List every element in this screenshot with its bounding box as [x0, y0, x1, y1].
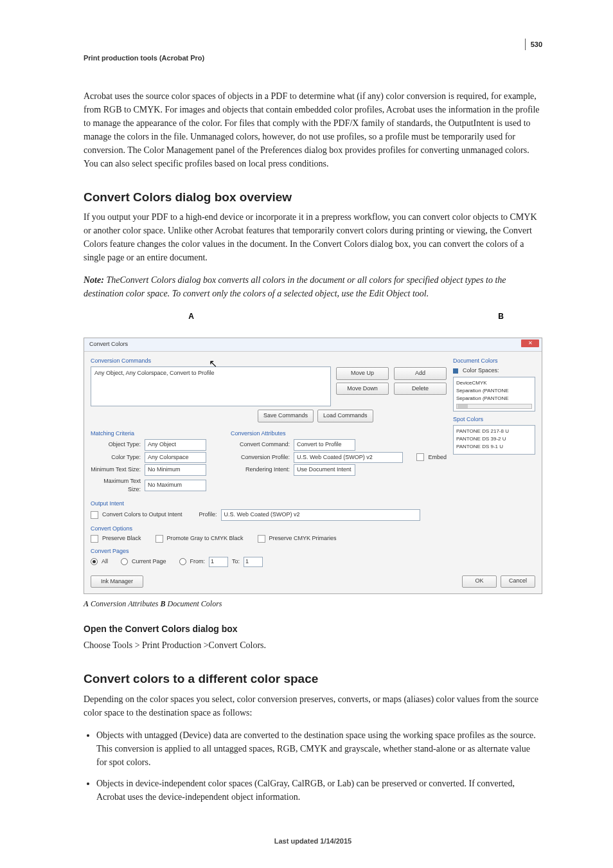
- profile-label: Profile:: [199, 511, 217, 520]
- output-intent-label: Output Intent: [91, 500, 447, 509]
- preserve-black-checkbox[interactable]: [91, 535, 98, 543]
- current-page-label: Current Page: [132, 557, 166, 566]
- promote-gray-label: Promote Gray to CMYK Black: [167, 534, 244, 543]
- scrollbar[interactable]: [456, 404, 532, 409]
- color-type-label: Color Type:: [91, 453, 141, 462]
- move-up-button[interactable]: Move Up: [336, 367, 389, 380]
- callout-row: A B: [84, 311, 542, 322]
- min-text-select[interactable]: No Minimum: [145, 464, 206, 476]
- list-item[interactable]: Separation (PANTONE: [456, 387, 532, 395]
- color-type-select[interactable]: Any Colorspace: [145, 452, 206, 464]
- conversion-attributes-label: Conversion Attributes: [231, 429, 447, 439]
- dialog-title: Convert Colors: [89, 341, 128, 347]
- h2-convert-colors-overview: Convert Colors dialog box overview: [84, 188, 542, 207]
- all-pages-radio[interactable]: [91, 558, 98, 565]
- spot-colors-list[interactable]: PANTONE DS 217-8 U PANTONE DS 39-2 U PAN…: [453, 425, 535, 455]
- color-swatch-icon: [453, 368, 458, 374]
- conversion-commands-list[interactable]: Any Object, Any Colorspace, Convert to P…: [91, 366, 331, 406]
- conversion-profile-select[interactable]: U.S. Web Coated (SWOP) v2: [294, 452, 403, 464]
- ink-manager-button[interactable]: Ink Manager: [91, 575, 143, 588]
- overview-paragraph: If you output your PDF to a high-end dev…: [84, 210, 542, 264]
- delete-button[interactable]: Delete: [394, 383, 447, 395]
- min-text-label: Minimum Text Size:: [91, 466, 141, 475]
- current-page-radio[interactable]: [121, 558, 128, 565]
- close-icon[interactable]: ✕: [521, 339, 539, 347]
- output-intent-profile-select[interactable]: U.S. Web Coated (SWOP) v2: [221, 509, 420, 521]
- preserve-cmyk-checkbox[interactable]: [258, 535, 265, 543]
- open-dialog-paragraph: Choose Tools > Print Production >Convert…: [84, 638, 542, 652]
- embed-checkbox[interactable]: [416, 453, 424, 461]
- from-page-label: From:: [190, 557, 206, 566]
- convert-colors-dialog-screenshot: ↖ Convert Colors ✕ Conversion Commands A…: [84, 338, 542, 594]
- convert-command-select[interactable]: Convert to Profile: [294, 439, 355, 451]
- note-label: Note:: [84, 275, 104, 285]
- matching-criteria-label: Matching Criteria: [91, 429, 219, 439]
- caption-a-label: A: [84, 599, 89, 608]
- ok-button[interactable]: OK: [462, 575, 497, 588]
- convert-command-label: Convert Command:: [231, 440, 290, 449]
- from-page-input[interactable]: 1: [209, 557, 228, 567]
- rendering-intent-select[interactable]: Use Document Intent: [294, 464, 355, 476]
- intro-paragraph: Acrobat uses the source color spaces of …: [84, 89, 542, 170]
- list-item: Objects with untagged (Device) data are …: [96, 728, 542, 769]
- move-down-button[interactable]: Move Down: [336, 383, 389, 395]
- promote-gray-checkbox[interactable]: [155, 535, 163, 543]
- h2-convert-colors-space: Convert colors to a different color spac…: [84, 670, 542, 689]
- running-header: Print production tools (Acrobat Pro): [84, 53, 542, 64]
- figure-caption: A Conversion Attributes B Document Color…: [84, 598, 542, 610]
- spot-colors-label: Spot Colors: [453, 415, 535, 424]
- load-commands-button[interactable]: Load Commands: [317, 410, 373, 422]
- page-number-bar: [525, 39, 526, 50]
- caption-b-text: Document Colors: [165, 599, 222, 608]
- color-spaces-list[interactable]: DeviceCMYK Separation (PANTONE Separatio…: [453, 377, 535, 411]
- max-text-label: Maximum Text Size:: [91, 477, 141, 494]
- callout-b: B: [299, 311, 542, 322]
- color-spaces-label: Color Spaces:: [463, 366, 499, 375]
- document-colors-label: Document Colors: [453, 357, 535, 366]
- to-page-input[interactable]: 1: [244, 557, 263, 567]
- convert-space-paragraph: Depending on the color spaces you select…: [84, 692, 542, 719]
- list-item: Objects in device-independent color spac…: [96, 777, 542, 804]
- cancel-button[interactable]: Cancel: [501, 575, 535, 588]
- caption-a-text: Conversion Attributes: [89, 599, 160, 608]
- list-item[interactable]: PANTONE DS 39-2 U: [456, 435, 532, 443]
- list-item[interactable]: Separation (PANTONE: [456, 395, 532, 402]
- note-text: TheConvert Colors dialog box converts al…: [84, 275, 506, 298]
- page-number-wrap: 530: [84, 39, 542, 50]
- callout-a: A: [84, 311, 299, 322]
- embed-label: Embed: [428, 453, 447, 462]
- preserve-cmyk-label: Preserve CMYK Primaries: [269, 534, 337, 543]
- note-paragraph: Note: TheConvert Colors dialog box conve…: [84, 273, 542, 300]
- all-pages-label: All: [102, 557, 108, 566]
- convert-pages-label: Convert Pages: [91, 547, 447, 556]
- object-type-label: Object Type:: [91, 440, 141, 449]
- page-footer: Last updated 1/14/2015: [84, 836, 542, 847]
- cursor-icon: ↖: [209, 356, 217, 372]
- preserve-black-label: Preserve Black: [102, 534, 141, 543]
- convert-options-label: Convert Options: [91, 525, 447, 534]
- max-text-select[interactable]: No Maximum: [145, 480, 206, 491]
- object-type-select[interactable]: Any Object: [145, 439, 206, 451]
- body-list: Objects with untagged (Device) data are …: [84, 728, 542, 804]
- list-item[interactable]: DeviceCMYK: [456, 379, 532, 387]
- list-item[interactable]: PANTONE DS 9-1 U: [456, 443, 532, 451]
- convert-to-output-intent-checkbox[interactable]: [91, 511, 98, 519]
- save-commands-button[interactable]: Save Commands: [258, 410, 314, 422]
- dialog-titlebar: Convert Colors ✕: [84, 338, 542, 352]
- h3-open-dialog: Open the Convert Colors dialog box: [84, 622, 542, 636]
- convert-to-output-intent-label: Convert Colors to Output Intent: [102, 511, 182, 520]
- rendering-intent-label: Rendering Intent:: [231, 466, 290, 475]
- add-button[interactable]: Add: [394, 367, 447, 380]
- page-number: 530: [531, 39, 542, 50]
- conversion-profile-label: Conversion Profile:: [231, 453, 290, 462]
- conversion-commands-label: Conversion Commands: [91, 357, 447, 366]
- from-page-radio[interactable]: [179, 558, 186, 565]
- list-item[interactable]: PANTONE DS 217-8 U: [456, 428, 532, 435]
- to-page-label: To:: [232, 557, 240, 566]
